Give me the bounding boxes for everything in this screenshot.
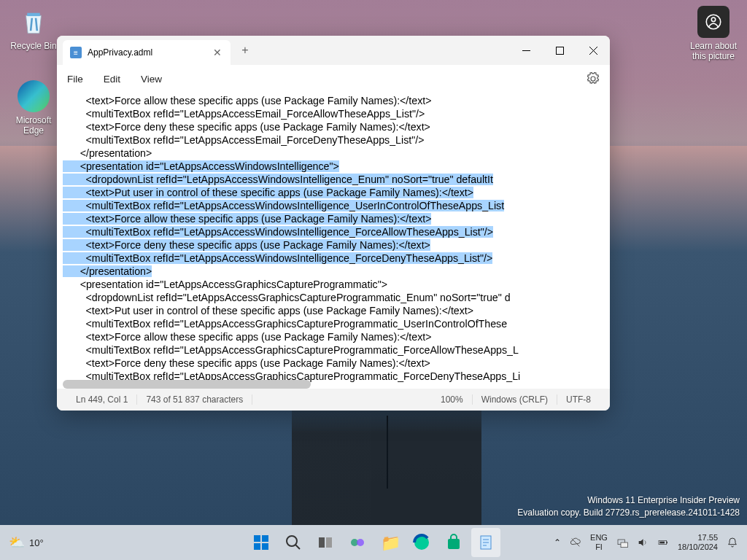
windows-watermark: Windows 11 Enterprise Insider Preview Ev… bbox=[517, 494, 740, 519]
copilot-button[interactable] bbox=[343, 528, 372, 557]
status-position[interactable]: Ln 449, Col 1 bbox=[67, 394, 137, 405]
menu-edit[interactable]: Edit bbox=[104, 74, 120, 85]
new-tab-button[interactable]: + bbox=[233, 39, 257, 62]
desktop-icon-edge[interactable]: Microsoft Edge bbox=[6, 80, 61, 136]
code-line[interactable]: </presentation> bbox=[63, 265, 610, 278]
statusbar: Ln 449, Col 1 743 of 51 837 characters 1… bbox=[57, 389, 610, 411]
code-line[interactable]: <text>Force deny these specific apps (us… bbox=[63, 357, 610, 370]
search-button[interactable] bbox=[279, 528, 308, 557]
code-line[interactable]: <multiTextBox refId="LetAppsAccessWindow… bbox=[63, 252, 610, 265]
code-line[interactable]: </presentation> bbox=[63, 147, 610, 160]
start-button[interactable] bbox=[247, 528, 276, 557]
maximize-button[interactable] bbox=[543, 36, 576, 65]
network-icon[interactable] bbox=[616, 537, 628, 548]
svg-rect-4 bbox=[262, 535, 268, 542]
titlebar[interactable]: ≡ AppPrivacy.adml ✕ + bbox=[57, 36, 610, 65]
code-line[interactable]: <text>Force deny these specific apps (us… bbox=[63, 120, 610, 133]
code-line[interactable]: <dropdownList refId="LetAppsAccessGraphi… bbox=[63, 291, 610, 304]
recycle-bin-icon bbox=[18, 6, 50, 38]
notifications-icon[interactable] bbox=[727, 537, 738, 548]
code-line[interactable]: <multiTextBox refId="LetAppsAccessGraphi… bbox=[63, 343, 610, 357]
code-line[interactable]: <multiTextBox refId="LetAppsAccessGraphi… bbox=[63, 317, 610, 330]
code-line[interactable]: <presentation id="LetAppsAccessWindowsIn… bbox=[63, 160, 610, 173]
svg-rect-3 bbox=[254, 535, 260, 542]
horizontal-scrollbar[interactable] bbox=[63, 380, 311, 389]
close-button[interactable] bbox=[576, 36, 610, 65]
desktop-icon-learn[interactable]: Learn about this picture bbox=[686, 6, 741, 61]
svg-point-1 bbox=[711, 18, 715, 21]
svg-rect-19 bbox=[659, 542, 665, 544]
code-line[interactable]: <multiTextBox refId="LetAppsAccessEmail_… bbox=[63, 107, 610, 120]
store-button[interactable] bbox=[439, 528, 468, 557]
svg-point-7 bbox=[287, 536, 297, 546]
tab-title: AppPrivacy.adml bbox=[88, 47, 206, 58]
svg-rect-16 bbox=[621, 542, 627, 548]
code-line[interactable]: <text>Put user in control of these speci… bbox=[63, 186, 610, 199]
code-line[interactable]: <text>Put user in control of these speci… bbox=[63, 304, 610, 317]
folder-icon: 📁 bbox=[381, 534, 398, 551]
system-tray[interactable]: ⌃ ENGFI 17.5518/10/2024 bbox=[554, 533, 747, 552]
status-encoding[interactable]: UTF-8 bbox=[557, 394, 600, 405]
taskbar-weather[interactable]: ⛅ 10° bbox=[0, 534, 44, 551]
editor-area[interactable]: <text>Force allow these specific apps (u… bbox=[57, 93, 610, 389]
code-line[interactable]: <text>Force allow these specific apps (u… bbox=[63, 330, 610, 343]
svg-rect-2 bbox=[556, 47, 563, 54]
code-line[interactable]: <dropdownList refId="LetAppsAccessWindow… bbox=[63, 173, 610, 186]
desktop-icon-label: Recycle Bin bbox=[6, 41, 61, 51]
svg-rect-9 bbox=[326, 537, 332, 548]
onedrive-icon[interactable] bbox=[570, 537, 581, 548]
minimize-button[interactable] bbox=[509, 36, 543, 65]
svg-rect-5 bbox=[254, 543, 260, 550]
svg-rect-13 bbox=[448, 539, 460, 549]
clock[interactable]: 17.5518/10/2024 bbox=[678, 533, 718, 552]
menu-file[interactable]: File bbox=[67, 74, 83, 85]
code-line[interactable]: <multiTextBox refId="LetAppsAccessWindow… bbox=[63, 199, 610, 212]
status-selection: 743 of 51 837 characters bbox=[137, 394, 252, 405]
code-line[interactable]: <presentation id="LetAppsAccessGraphicsC… bbox=[63, 278, 610, 291]
picture-info-icon bbox=[697, 6, 729, 38]
svg-rect-8 bbox=[319, 537, 325, 548]
desktop-icon-label: Microsoft Edge bbox=[6, 115, 61, 136]
code-line[interactable]: <multiTextBox refId="LetAppsAccessEmail_… bbox=[63, 133, 610, 147]
task-view-button[interactable] bbox=[311, 528, 340, 557]
taskbar[interactable]: ⛅ 10° 📁 ⌃ ENGFI 17.5518/10/2024 bbox=[0, 525, 747, 560]
svg-rect-18 bbox=[667, 542, 667, 544]
code-line[interactable]: <text>Force deny these specific apps (us… bbox=[63, 238, 610, 252]
status-eol[interactable]: Windows (CRLF) bbox=[473, 394, 557, 405]
desktop-icon-label: Learn about this picture bbox=[686, 41, 741, 61]
notepad-taskbar-button[interactable] bbox=[471, 528, 500, 557]
edge-taskbar-button[interactable] bbox=[407, 528, 436, 557]
notepad-window: ≡ AppPrivacy.adml ✕ + File Edit View <te… bbox=[57, 36, 610, 411]
svg-point-11 bbox=[357, 539, 364, 546]
edge-icon bbox=[18, 80, 50, 112]
tab-close-button[interactable]: ✕ bbox=[212, 47, 223, 58]
menubar: File Edit View bbox=[57, 65, 610, 93]
code-line[interactable]: <text>Force allow these specific apps (u… bbox=[63, 212, 610, 225]
svg-rect-6 bbox=[262, 543, 268, 550]
language-indicator[interactable]: ENGFI bbox=[590, 533, 608, 552]
status-zoom[interactable]: 100% bbox=[432, 394, 473, 405]
volume-icon[interactable] bbox=[637, 537, 649, 548]
weather-icon: ⛅ bbox=[9, 534, 25, 551]
code-line[interactable]: <text>Force allow these specific apps (u… bbox=[63, 94, 610, 107]
battery-icon[interactable] bbox=[657, 537, 669, 548]
menu-view[interactable]: View bbox=[141, 74, 162, 85]
desktop-icon-recycle-bin[interactable]: Recycle Bin bbox=[6, 6, 61, 51]
gear-icon[interactable] bbox=[587, 72, 600, 85]
code-line[interactable]: <multiTextBox refId="LetAppsAccessWindow… bbox=[63, 225, 610, 238]
tray-chevron-icon[interactable]: ⌃ bbox=[554, 537, 561, 548]
notepad-file-icon: ≡ bbox=[70, 47, 82, 58]
explorer-button[interactable]: 📁 bbox=[375, 528, 404, 557]
tab-active[interactable]: ≡ AppPrivacy.adml ✕ bbox=[63, 40, 231, 65]
